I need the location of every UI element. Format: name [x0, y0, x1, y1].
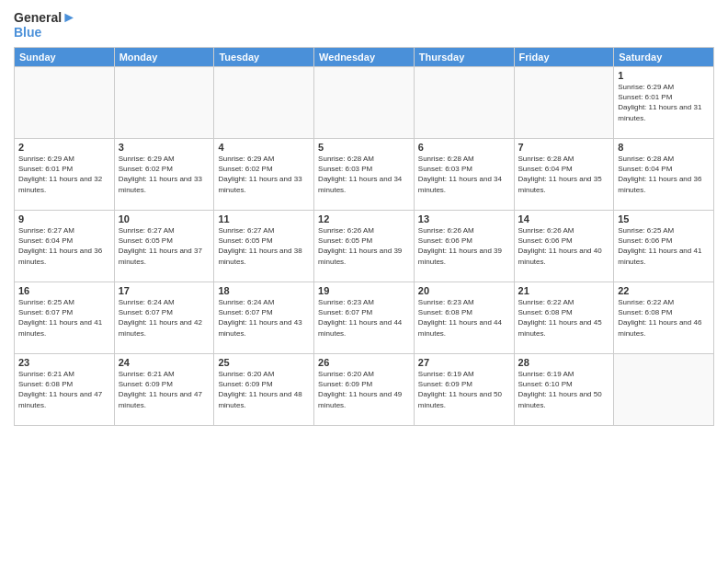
day-cell-11: 11Sunrise: 6:27 AM Sunset: 6:05 PM Dayli…: [214, 210, 314, 282]
day-cell-9: 9Sunrise: 6:27 AM Sunset: 6:04 PM Daylig…: [15, 210, 115, 282]
day-cell-10: 10Sunrise: 6:27 AM Sunset: 6:05 PM Dayli…: [114, 210, 214, 282]
day-number: 11: [218, 213, 310, 224]
day-number: 17: [119, 285, 210, 296]
day-cell-empty: [214, 66, 314, 138]
day-info: Sunrise: 6:22 AM Sunset: 6:08 PM Dayligh…: [518, 297, 610, 339]
day-cell-28: 28Sunrise: 6:19 AM Sunset: 6:10 PM Dayli…: [514, 353, 614, 425]
day-number: 20: [418, 285, 510, 296]
day-info: Sunrise: 6:19 AM Sunset: 6:10 PM Dayligh…: [518, 369, 610, 410]
day-number: 10: [119, 213, 210, 224]
header: General► Blue: [14, 9, 714, 40]
logo-blue-text: Blue: [14, 26, 76, 40]
logo-general-text: General►: [14, 9, 76, 26]
header-friday: Friday: [514, 47, 614, 66]
day-number: 24: [119, 357, 210, 368]
calendar-table: SundayMondayTuesdayWednesdayThursdayFrid…: [14, 47, 714, 426]
day-cell-empty: [514, 66, 614, 138]
day-number: 15: [618, 213, 710, 224]
day-number: 1: [618, 70, 710, 81]
header-thursday: Thursday: [414, 47, 514, 66]
day-cell-20: 20Sunrise: 6:23 AM Sunset: 6:08 PM Dayli…: [414, 282, 514, 353]
day-info: Sunrise: 6:26 AM Sunset: 6:06 PM Dayligh…: [418, 225, 510, 267]
day-cell-24: 24Sunrise: 6:21 AM Sunset: 6:09 PM Dayli…: [114, 353, 214, 425]
day-number: 4: [218, 142, 310, 153]
day-number: 5: [318, 142, 410, 153]
header-saturday: Saturday: [614, 47, 714, 66]
day-info: Sunrise: 6:29 AM Sunset: 6:02 PM Dayligh…: [218, 154, 310, 195]
day-number: 14: [518, 213, 610, 224]
day-number: 12: [318, 213, 410, 224]
week-row-4: 16Sunrise: 6:25 AM Sunset: 6:07 PM Dayli…: [15, 282, 714, 353]
week-row-2: 2Sunrise: 6:29 AM Sunset: 6:01 PM Daylig…: [15, 138, 714, 210]
day-info: Sunrise: 6:29 AM Sunset: 6:02 PM Dayligh…: [119, 154, 210, 195]
day-cell-15: 15Sunrise: 6:25 AM Sunset: 6:06 PM Dayli…: [614, 210, 714, 282]
header-monday: Monday: [114, 47, 214, 66]
day-cell-4: 4Sunrise: 6:29 AM Sunset: 6:02 PM Daylig…: [214, 138, 314, 210]
day-number: 8: [618, 142, 710, 153]
day-cell-27: 27Sunrise: 6:19 AM Sunset: 6:09 PM Dayli…: [414, 353, 514, 425]
day-number: 9: [18, 213, 110, 224]
day-cell-14: 14Sunrise: 6:26 AM Sunset: 6:06 PM Dayli…: [514, 210, 614, 282]
day-cell-23: 23Sunrise: 6:21 AM Sunset: 6:08 PM Dayli…: [15, 353, 115, 425]
day-cell-3: 3Sunrise: 6:29 AM Sunset: 6:02 PM Daylig…: [114, 138, 214, 210]
day-cell-empty: [614, 353, 714, 425]
week-row-3: 9Sunrise: 6:27 AM Sunset: 6:04 PM Daylig…: [15, 210, 714, 282]
day-cell-2: 2Sunrise: 6:29 AM Sunset: 6:01 PM Daylig…: [15, 138, 115, 210]
day-number: 2: [18, 142, 110, 153]
day-cell-6: 6Sunrise: 6:28 AM Sunset: 6:03 PM Daylig…: [414, 138, 514, 210]
day-info: Sunrise: 6:20 AM Sunset: 6:09 PM Dayligh…: [218, 369, 310, 410]
day-info: Sunrise: 6:27 AM Sunset: 6:05 PM Dayligh…: [119, 225, 210, 267]
day-info: Sunrise: 6:19 AM Sunset: 6:09 PM Dayligh…: [418, 369, 510, 410]
day-cell-7: 7Sunrise: 6:28 AM Sunset: 6:04 PM Daylig…: [514, 138, 614, 210]
day-info: Sunrise: 6:23 AM Sunset: 6:07 PM Dayligh…: [318, 297, 410, 339]
day-info: Sunrise: 6:27 AM Sunset: 6:05 PM Dayligh…: [218, 225, 310, 267]
day-info: Sunrise: 6:26 AM Sunset: 6:05 PM Dayligh…: [318, 225, 410, 267]
day-cell-22: 22Sunrise: 6:22 AM Sunset: 6:08 PM Dayli…: [614, 282, 714, 353]
day-number: 22: [618, 285, 710, 296]
day-number: 18: [218, 285, 310, 296]
day-info: Sunrise: 6:28 AM Sunset: 6:03 PM Dayligh…: [318, 154, 410, 195]
day-info: Sunrise: 6:24 AM Sunset: 6:07 PM Dayligh…: [218, 297, 310, 339]
day-cell-empty: [114, 66, 214, 138]
header-sunday: Sunday: [15, 47, 115, 66]
day-number: 16: [18, 285, 110, 296]
day-cell-empty: [414, 66, 514, 138]
day-number: 25: [218, 357, 310, 368]
header-tuesday: Tuesday: [214, 47, 314, 66]
day-info: Sunrise: 6:22 AM Sunset: 6:08 PM Dayligh…: [618, 297, 710, 339]
page: General► Blue SundayMondayTuesdayWednesd…: [0, 0, 728, 563]
day-number: 23: [18, 357, 110, 368]
day-info: Sunrise: 6:28 AM Sunset: 6:03 PM Dayligh…: [418, 154, 510, 195]
day-number: 27: [418, 357, 510, 368]
week-row-1: 1Sunrise: 6:29 AM Sunset: 6:01 PM Daylig…: [15, 66, 714, 138]
day-cell-17: 17Sunrise: 6:24 AM Sunset: 6:07 PM Dayli…: [114, 282, 214, 353]
day-cell-21: 21Sunrise: 6:22 AM Sunset: 6:08 PM Dayli…: [514, 282, 614, 353]
day-number: 21: [518, 285, 610, 296]
day-info: Sunrise: 6:28 AM Sunset: 6:04 PM Dayligh…: [518, 154, 610, 195]
day-cell-12: 12Sunrise: 6:26 AM Sunset: 6:05 PM Dayli…: [314, 210, 415, 282]
day-cell-18: 18Sunrise: 6:24 AM Sunset: 6:07 PM Dayli…: [214, 282, 314, 353]
week-row-5: 23Sunrise: 6:21 AM Sunset: 6:08 PM Dayli…: [15, 353, 714, 425]
day-info: Sunrise: 6:25 AM Sunset: 6:07 PM Dayligh…: [18, 297, 110, 339]
day-cell-16: 16Sunrise: 6:25 AM Sunset: 6:07 PM Dayli…: [15, 282, 115, 353]
day-info: Sunrise: 6:21 AM Sunset: 6:09 PM Dayligh…: [119, 369, 210, 410]
day-number: 26: [318, 357, 410, 368]
calendar-header-row: SundayMondayTuesdayWednesdayThursdayFrid…: [15, 47, 714, 66]
day-info: Sunrise: 6:29 AM Sunset: 6:01 PM Dayligh…: [18, 154, 110, 195]
day-number: 13: [418, 213, 510, 224]
day-info: Sunrise: 6:21 AM Sunset: 6:08 PM Dayligh…: [18, 369, 110, 410]
day-info: Sunrise: 6:26 AM Sunset: 6:06 PM Dayligh…: [518, 225, 610, 267]
day-number: 28: [518, 357, 610, 368]
day-cell-8: 8Sunrise: 6:28 AM Sunset: 6:04 PM Daylig…: [614, 138, 714, 210]
day-number: 7: [518, 142, 610, 153]
header-wednesday: Wednesday: [314, 47, 415, 66]
day-number: 6: [418, 142, 510, 153]
day-info: Sunrise: 6:27 AM Sunset: 6:04 PM Dayligh…: [18, 225, 110, 267]
day-info: Sunrise: 6:25 AM Sunset: 6:06 PM Dayligh…: [618, 225, 710, 267]
day-cell-1: 1Sunrise: 6:29 AM Sunset: 6:01 PM Daylig…: [614, 66, 714, 138]
day-cell-26: 26Sunrise: 6:20 AM Sunset: 6:09 PM Dayli…: [314, 353, 415, 425]
logo: General► Blue: [14, 9, 76, 40]
day-info: Sunrise: 6:28 AM Sunset: 6:04 PM Dayligh…: [618, 154, 710, 195]
day-number: 19: [318, 285, 410, 296]
day-info: Sunrise: 6:29 AM Sunset: 6:01 PM Dayligh…: [618, 82, 710, 123]
